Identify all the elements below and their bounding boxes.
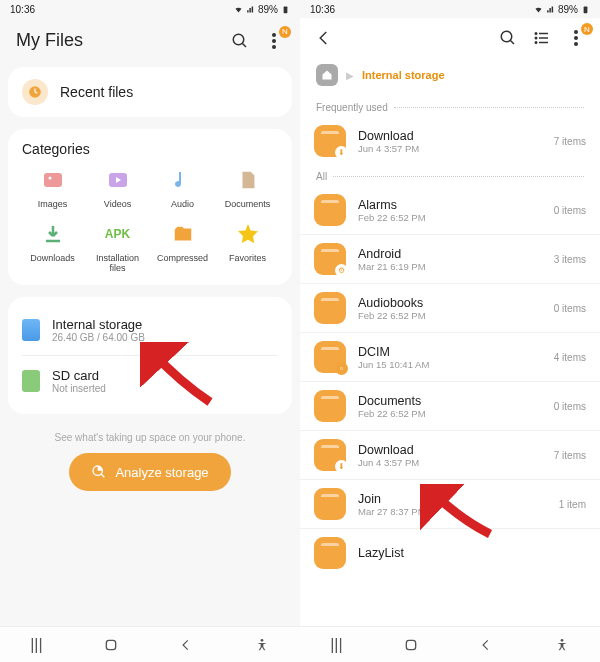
svg-point-27 [560,639,563,642]
status-battery: 89% [258,4,278,15]
page-title: My Files [16,30,83,51]
folder-row[interactable]: ⬇DownloadJun 4 3:57 PM7 items [300,430,600,479]
android-navbar: ||| [0,626,300,662]
recents-button[interactable]: ||| [30,636,42,654]
internal-storage-row[interactable]: Internal storage 26.40 GB / 64.00 GB [22,309,278,351]
breadcrumb-current: Internal storage [362,69,445,81]
sd-card-row[interactable]: SD card Not inserted [22,355,278,402]
back-button[interactable] [179,638,193,652]
compressed-icon [170,221,196,247]
status-time: 10:36 [310,4,335,15]
folder-icon [314,390,346,422]
svg-point-3 [272,33,276,37]
analyze-label: Analyze storage [115,465,208,480]
analyze-storage-button[interactable]: Analyze storage [69,453,230,491]
clock-icon [22,79,48,105]
svg-rect-0 [284,6,288,13]
folder-row[interactable]: AlarmsFeb 22 6:52 PM0 items [300,186,600,234]
folder-icon: ⚙ [314,243,346,275]
folder-count: 7 items [554,136,586,147]
folder-icon [314,537,346,569]
apk-icon: APK [105,221,131,247]
category-apk[interactable]: APK Installation files [87,221,148,273]
folder-icon [314,292,346,324]
svg-point-13 [260,639,263,642]
category-compressed[interactable]: Compressed [152,221,213,273]
svg-rect-26 [406,640,415,649]
back-button[interactable] [479,638,493,652]
recents-button[interactable]: ||| [330,636,342,654]
folder-name: Audiobooks [358,296,542,310]
folder-name: LazyList [358,546,574,560]
sd-card-sub: Not inserted [52,383,106,394]
internal-storage-sub: 26.40 GB / 64.00 GB [52,332,145,343]
accessibility-button[interactable] [254,637,270,653]
folder-row[interactable]: JoinMar 27 8:37 PM1 item [300,479,600,528]
folder-name: Download [358,443,542,457]
search-icon [231,32,249,50]
folder-name: Join [358,492,547,506]
category-images[interactable]: Images [22,167,83,209]
screen-internal-storage: 10:36 89% N ▶ Intern [300,0,600,662]
svg-line-2 [242,43,246,47]
categories-card: Categories Images Videos Audio Documents… [8,129,292,285]
folder-row[interactable]: DocumentsFeb 22 6:52 PM0 items [300,381,600,430]
folder-icon: ⬇ [314,439,346,471]
more-button[interactable]: N [264,31,284,51]
screen-my-files: 10:36 89% My Files N Recent files Catego… [0,0,300,662]
status-time: 10:36 [10,4,35,15]
recent-files-row[interactable]: Recent files [8,67,292,117]
status-right: 89% [534,4,590,15]
category-audio[interactable]: Audio [152,167,213,209]
folder-date: Feb 22 6:52 PM [358,310,542,321]
sd-card-title: SD card [52,368,106,383]
folder-count: 7 items [554,450,586,461]
folder-icon [314,194,346,226]
svg-point-1 [233,34,244,45]
wifi-icon [234,5,243,14]
search-icon [499,29,517,47]
status-bar: 10:36 89% [0,0,300,18]
breadcrumb-home[interactable] [316,64,338,86]
folder-icon: ▫ [314,341,346,373]
status-right: 89% [234,4,290,15]
view-list-button[interactable] [532,28,552,48]
svg-point-8 [48,177,51,180]
chevron-right-icon: ▶ [346,70,354,81]
accessibility-button[interactable] [554,637,570,653]
back-button[interactable] [314,28,334,48]
notification-badge: N [279,26,291,38]
storage-card: Internal storage 26.40 GB / 64.00 GB SD … [8,297,292,414]
category-favorites[interactable]: Favorites [217,221,278,273]
folder-count: 0 items [554,401,586,412]
images-icon [40,167,66,193]
svg-point-4 [272,39,276,43]
folder-name: Android [358,247,542,261]
recent-files-label: Recent files [60,84,133,100]
more-button[interactable]: N [566,28,586,48]
search-button[interactable] [230,31,250,51]
home-button[interactable] [403,637,419,653]
svg-point-23 [574,30,578,34]
folder-date: Jun 15 10:41 AM [358,359,542,370]
folder-row[interactable]: AudiobooksFeb 22 6:52 PM0 items [300,283,600,332]
folder-row[interactable]: ⚙AndroidMar 21 6:19 PM3 items [300,234,600,283]
svg-rect-14 [584,6,588,13]
search-button[interactable] [498,28,518,48]
folder-row[interactable]: ⬇DownloadJun 4 3:57 PM7 items [300,117,600,165]
category-videos[interactable]: Videos [87,167,148,209]
analyze-icon [91,464,107,480]
audio-icon [170,167,196,193]
folder-row[interactable]: ▫DCIMJun 15 10:41 AM4 items [300,332,600,381]
folder-count: 4 items [554,352,586,363]
category-documents[interactable]: Documents [217,167,278,209]
section-all: All [300,165,600,186]
folder-count: 0 items [554,303,586,314]
signal-icon [546,5,555,14]
home-button[interactable] [103,637,119,653]
category-downloads[interactable]: Downloads [22,221,83,273]
chevron-left-icon [315,29,333,47]
folder-row[interactable]: LazyList [300,528,600,577]
header: My Files N [0,18,300,61]
home-icon [321,69,333,81]
